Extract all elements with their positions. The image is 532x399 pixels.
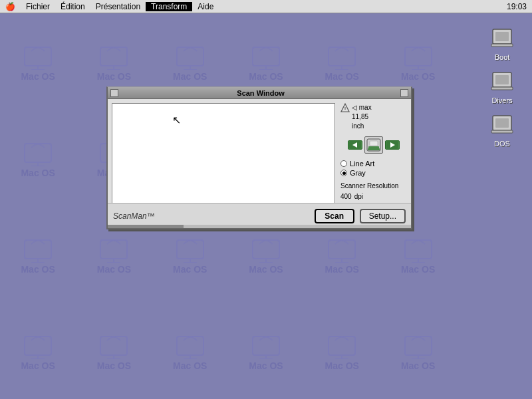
svg-rect-44: [405, 336, 432, 355]
svg-rect-47: [495, 32, 509, 41]
progress-bar: [108, 225, 184, 228]
svg-rect-26: [177, 240, 203, 259]
radio-circle-gray[interactable]: [340, 170, 347, 176]
scan-window: Scan Window ↖ ◁ max 11,85: [106, 86, 412, 229]
scanner-diagram: [340, 136, 407, 154]
svg-rect-8: [329, 47, 355, 66]
desktop-icon-boot[interactable]: Boot: [479, 25, 525, 63]
close-button[interactable]: [110, 89, 118, 97]
scan-window-titlebar[interactable]: Scan Window: [108, 87, 411, 99]
resolution-label: Scanner Resolution: [340, 182, 407, 191]
action-buttons: Scan Setup...: [315, 209, 406, 223]
svg-rect-40: [253, 336, 279, 355]
menu-edit[interactable]: Édition: [55, 2, 90, 11]
radio-label-gray: Gray: [350, 169, 366, 177]
svg-rect-53: [495, 118, 509, 128]
svg-rect-4: [177, 47, 203, 66]
svg-rect-50: [495, 75, 509, 84]
svg-rect-10: [405, 47, 432, 66]
radio-group: Line Art Gray: [340, 160, 407, 177]
resolution-section: Scanner Resolution 400 dpi: [340, 182, 407, 201]
scanman-label: ScanMan™: [113, 211, 155, 221]
divers-icon-label: Divers: [491, 96, 512, 104]
svg-rect-54: [491, 130, 513, 133]
svg-rect-32: [405, 240, 432, 259]
scanner-left-arrow: [348, 140, 362, 150]
radio-circle-line-art[interactable]: [340, 160, 347, 167]
svg-rect-34: [25, 336, 51, 355]
boot-icon-label: Boot: [495, 53, 510, 61]
dos-icon-label: DOS: [494, 140, 510, 148]
menu-view[interactable]: Présentation: [90, 2, 146, 11]
menubar: 🍎 Fichier Édition Présentation Transform…: [0, 0, 532, 13]
desktop-icon-dos[interactable]: DOS: [479, 112, 525, 149]
ruler-section: ◁ max 11,85 inch: [340, 103, 407, 131]
desktop-icon-divers[interactable]: Divers: [479, 68, 525, 106]
scanner-body: [364, 136, 383, 154]
radio-gray[interactable]: Gray: [340, 169, 407, 177]
radio-line-art[interactable]: Line Art: [340, 160, 407, 168]
svg-rect-48: [491, 44, 513, 47]
ruler-value: 11,85: [352, 112, 372, 122]
progress-track: [108, 225, 411, 228]
scan-window-bottom: ScanMan™ Scan Setup...: [108, 203, 411, 228]
svg-rect-42: [329, 336, 355, 355]
menu-transform[interactable]: Transform: [146, 2, 192, 11]
scan-button[interactable]: Scan: [315, 209, 354, 223]
svg-rect-24: [100, 240, 127, 259]
svg-rect-30: [329, 240, 355, 259]
apple-menu[interactable]: 🍎: [0, 2, 21, 11]
zoom-button[interactable]: [400, 89, 408, 97]
menu-aide[interactable]: Aide: [192, 2, 219, 11]
svg-rect-51: [491, 87, 513, 90]
setup-button[interactable]: Setup...: [360, 209, 406, 223]
desktop: 🍎 Fichier Édition Présentation Transform…: [0, 0, 532, 399]
svg-rect-12: [25, 144, 51, 162]
clock: 19:03: [501, 2, 532, 11]
svg-rect-0: [25, 47, 51, 66]
scan-window-title: Scan Window: [121, 89, 400, 97]
cursor-indicator: ↖: [172, 114, 181, 126]
scanner-right-arrow: [385, 140, 400, 150]
radio-label-line-art: Line Art: [350, 160, 374, 168]
svg-rect-6: [253, 47, 279, 66]
ruler-unit: inch: [352, 122, 372, 131]
resolution-value: 400: [340, 192, 352, 201]
menu-file[interactable]: Fichier: [21, 2, 55, 11]
ruler-icon: [340, 103, 350, 112]
resolution-unit: dpi: [354, 192, 363, 201]
svg-rect-2: [100, 47, 127, 66]
svg-rect-60: [368, 146, 379, 149]
svg-rect-61: [370, 141, 378, 146]
svg-rect-22: [25, 240, 51, 259]
svg-rect-38: [177, 336, 203, 355]
ruler-max-label: ◁ max: [352, 103, 372, 112]
ruler-text: ◁ max 11,85 inch: [352, 103, 372, 131]
svg-rect-36: [100, 336, 127, 355]
svg-rect-28: [253, 240, 279, 259]
